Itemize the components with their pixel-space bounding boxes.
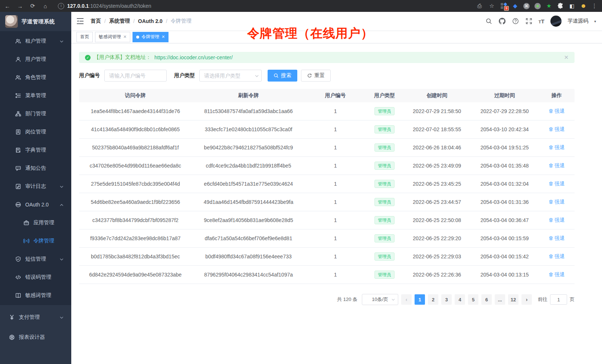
page-button[interactable]: 3 [441, 294, 452, 305]
sidebar-item-pay[interactable]: 支付管理 [0, 307, 71, 327]
tab-close-icon[interactable]: ✕ [161, 34, 165, 39]
table-row: 6d842e2924594de9a09e45e087323abe8796295f… [79, 266, 575, 284]
sidebar-section: 支付管理报表设计器 [0, 305, 71, 364]
tab-home[interactable]: 首页 [76, 32, 93, 42]
user-avatar[interactable] [550, 16, 562, 27]
user-type-label: 用户类型 [174, 72, 195, 79]
cell-user-type: 管理员 [366, 162, 404, 170]
sidebar-item-label: 敏感词管理 [25, 292, 51, 299]
cell-user-type: 管理员 [366, 180, 404, 188]
breadcrumb-item[interactable]: 首页 [91, 18, 101, 24]
breadcrumb-item[interactable]: 令牌管理 [171, 18, 192, 24]
browser-back-icon[interactable]: ← [4, 3, 11, 9]
user-id-input[interactable] [104, 70, 167, 82]
search-button[interactable]: 搜索 [268, 70, 297, 82]
help-icon[interactable] [512, 17, 519, 25]
user-type-badge: 管理员 [374, 252, 395, 261]
cell-expire-time: 2054-03-04 00:13:15 [470, 272, 539, 278]
sidebar-collapse-icon[interactable] [76, 18, 85, 24]
breadcrumb-item[interactable]: 系统管理 [109, 18, 130, 24]
alert-close-icon[interactable]: ✕ [564, 54, 569, 61]
chevron-down-icon [391, 297, 395, 301]
user-type-badge: 管理员 [374, 107, 395, 115]
force-logout-button[interactable]: 强退 [549, 162, 565, 169]
site-info-icon[interactable]: i [58, 3, 64, 9]
doc-link[interactable]: https://doc.iocoder.cn/user-center/ [154, 54, 233, 60]
force-logout-button[interactable]: 强退 [549, 217, 565, 224]
font-size-icon[interactable]: TT [539, 18, 544, 24]
tab-square-icon[interactable]: ◧ [569, 3, 575, 9]
force-logout-button[interactable]: 强退 [549, 235, 565, 242]
sidebar-item-error-code[interactable]: 错误码管理 [0, 268, 71, 286]
force-logout-button[interactable]: 强退 [549, 108, 565, 115]
user-type-select[interactable] [199, 70, 262, 82]
sidebar-item-tenant[interactable]: 租户管理 [0, 32, 71, 50]
page-button[interactable]: 6 [481, 294, 492, 305]
sidebar-item-dict[interactable]: 字典管理 [0, 141, 71, 159]
page-button[interactable]: 5 [468, 294, 478, 305]
app-logo[interactable]: 芋道管理系统 [0, 12, 71, 31]
sidebar-section: 租户管理用户管理角色管理菜单管理部门管理岗位管理字典管理通知公告审计日志OAut… [0, 31, 71, 305]
share-icon[interactable]: ⎙ [476, 3, 483, 9]
extension-grid-icon[interactable]: 9 [500, 3, 507, 9]
sidebar-item-sensitive-word[interactable]: 敏感词管理 [0, 286, 71, 304]
sidebar-item-dept[interactable]: 部门管理 [0, 105, 71, 123]
profile-emoji-icon[interactable]: ☻ [580, 3, 587, 9]
next-page-button[interactable]: › [521, 294, 532, 305]
menu-tree-icon [15, 92, 21, 99]
sidebar-item-notice[interactable]: 通知公告 [0, 159, 71, 177]
goto-label: 前往 [538, 296, 547, 303]
cell-actions: 强退 [539, 199, 575, 206]
page-button[interactable]: 4 [455, 294, 465, 305]
browser-reload-icon[interactable]: ⟳ [29, 3, 36, 9]
extension-gem-icon[interactable]: ◆ [512, 3, 518, 9]
sidebar-item-oauth2-app[interactable]: 应用管理 [0, 214, 71, 232]
breadcrumb-item[interactable]: OAuth 2.0 [138, 18, 163, 24]
tab-close-icon[interactable]: ✕ [123, 34, 127, 39]
browser-menu-icon[interactable]: ⋮ [592, 3, 598, 9]
sidebar-item-user[interactable]: 用户管理 [0, 50, 71, 68]
sidebar-item-oauth2-token[interactable]: 令牌管理 [0, 232, 71, 250]
github-icon[interactable] [498, 17, 506, 25]
extension-command-icon[interactable]: ⌘ [523, 3, 530, 9]
force-logout-button[interactable]: 强退 [549, 126, 565, 133]
force-logout-button[interactable]: 强退 [549, 253, 565, 260]
tab-sensitive-word[interactable]: 敏感词管理✕ [95, 32, 130, 42]
cell-user-type: 管理员 [366, 125, 404, 133]
page-button[interactable]: 12 [508, 294, 518, 305]
page-button[interactable]: 2 [428, 294, 438, 305]
sidebar-item-oauth2[interactable]: OAuth 2.0 [0, 195, 71, 214]
extension-recorder-icon[interactable] [534, 3, 541, 9]
address-bar[interactable]: i 127.0.0.1:1024/system/oauth2/token [58, 3, 471, 9]
force-logout-button[interactable]: 强退 [549, 199, 565, 205]
user-menu-caret-icon[interactable]: ▾ [594, 19, 596, 23]
goto-page-input[interactable] [550, 294, 567, 305]
sidebar-item-role[interactable]: 角色管理 [0, 68, 71, 86]
sidebar-item-menu[interactable]: 菜单管理 [0, 86, 71, 105]
extensions-puzzle-icon[interactable] [557, 3, 564, 9]
fullscreen-icon[interactable] [525, 17, 533, 25]
force-logout-button[interactable]: 强退 [549, 181, 565, 187]
sidebar-item-report[interactable]: 报表设计器 [0, 327, 71, 347]
sidebar-item-label: 角色管理 [25, 74, 46, 81]
browser-forward-icon[interactable]: → [16, 3, 24, 9]
page-button[interactable]: 1 [415, 294, 425, 305]
cell-user-type: 管理员 [366, 107, 404, 115]
browser-home-icon[interactable]: ⌂ [42, 3, 49, 9]
bookmark-star-icon[interactable]: ☆ [488, 3, 495, 9]
sidebar-item-audit-log[interactable]: 审计日志 [0, 177, 71, 195]
search-icon[interactable] [485, 17, 493, 25]
sidebar-item-post[interactable]: 岗位管理 [0, 123, 71, 141]
page-ellipsis[interactable]: ... [495, 294, 505, 305]
extension-star-icon[interactable]: ★ [546, 3, 552, 9]
prev-page-button[interactable]: ‹ [401, 294, 412, 305]
tab-label: 敏感词管理 [99, 34, 121, 40]
tab-token[interactable]: 令牌管理✕ [132, 32, 169, 42]
user-name[interactable]: 芋道源码 [567, 18, 588, 24]
sidebar-item-label: 支付管理 [19, 314, 40, 321]
sidebar-item-sms[interactable]: 短信管理 [0, 250, 71, 268]
reset-button[interactable]: 重置 [301, 70, 331, 82]
force-logout-button[interactable]: 强退 [549, 271, 565, 278]
force-logout-button[interactable]: 强退 [549, 144, 565, 151]
page-size-select[interactable]: 10条/页 [362, 294, 398, 305]
